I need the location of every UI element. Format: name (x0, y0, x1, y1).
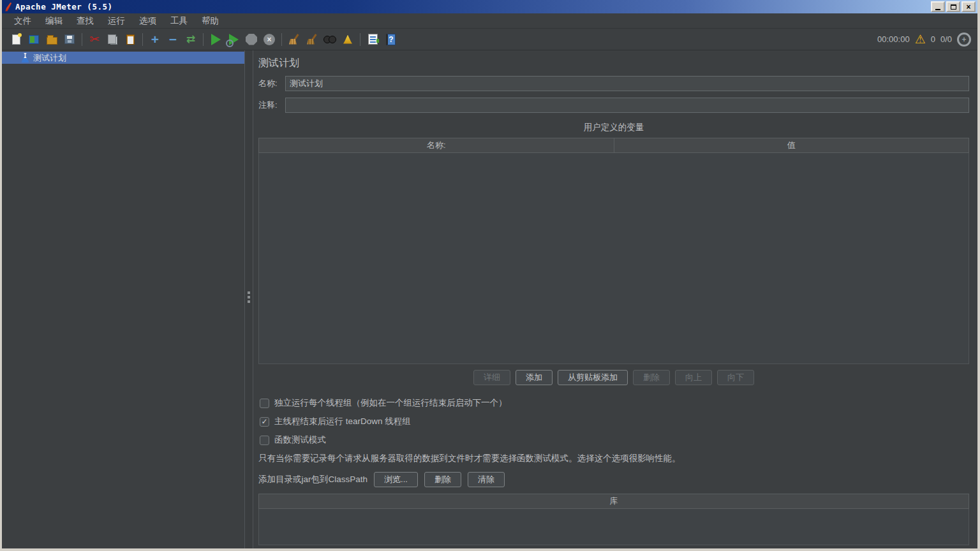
teardown-on-shutdown-checkbox[interactable]: ✓ (260, 417, 269, 427)
broom-all-icon (306, 34, 318, 45)
help-button[interactable]: ? (382, 31, 399, 48)
new-file-icon (12, 34, 20, 45)
help-book-icon: ? (386, 34, 396, 45)
comment-label: 注释: (258, 99, 285, 111)
library-table-header[interactable]: 库 (258, 494, 969, 509)
clipboard-icon (126, 34, 135, 45)
function-helper-button[interactable] (364, 31, 381, 48)
test-plan-panel: 测试计划 名称: 注释: 用户定义的变量 名称: 值 详细 添加 从剪贴板添加 … (253, 50, 977, 548)
comment-input[interactable] (285, 98, 969, 113)
minimize-button[interactable] (931, 1, 945, 12)
toggle-button[interactable]: ⇄ (182, 31, 199, 48)
start-button[interactable] (207, 31, 224, 48)
search-reset-button[interactable] (339, 31, 356, 48)
toolbar-separator (281, 33, 282, 46)
close-icon: × (966, 3, 970, 11)
toggle-arrows-icon: ⇄ (186, 34, 195, 45)
clear-all-button[interactable] (304, 31, 320, 48)
jmeter-window: Apache JMeter (5.5) × 文件 编辑 查找 运行 选项 工具 … (0, 0, 980, 551)
stop-button (243, 31, 260, 48)
title-bar[interactable]: Apache JMeter (5.5) × (2, 0, 977, 13)
variables-table-header: 名称: 值 (258, 138, 969, 153)
scissors-icon: ✂ (89, 33, 100, 45)
minus-icon: − (169, 33, 177, 46)
toolbar-separator (360, 33, 360, 46)
maximize-button[interactable] (946, 1, 960, 12)
name-input[interactable] (285, 76, 969, 91)
down-button: 向下 (717, 370, 754, 385)
menu-edit[interactable]: 编辑 (38, 13, 70, 29)
classpath-clear-button[interactable]: 清除 (468, 472, 505, 487)
functional-mode-checkbox[interactable] (260, 436, 269, 445)
page-title: 测试计划 (258, 57, 969, 70)
function-helper-icon (368, 34, 378, 45)
search-reset-icon (343, 35, 352, 44)
column-header-value[interactable]: 值 (614, 138, 969, 152)
add-button[interactable]: 添加 (516, 370, 553, 385)
functional-mode-label: 函数测试模式 (274, 434, 326, 446)
thread-count: 0/0 (940, 34, 952, 44)
add-from-clipboard-button[interactable]: 从剪贴板添加 (558, 370, 628, 385)
menu-tools[interactable]: 工具 (163, 13, 195, 29)
menu-file[interactable]: 文件 (7, 13, 38, 29)
menu-run[interactable]: 运行 (101, 13, 132, 29)
delete-button: 删除 (633, 370, 670, 385)
clear-button[interactable] (286, 31, 302, 48)
content-area: 测试计划 测试计划 名称: 注释: 用户定义的变量 名称: 值 (2, 50, 977, 548)
classpath-row: 添加目录或jar包到ClassPath 浏览... 删除 清除 (258, 471, 969, 488)
window-title: Apache JMeter (5.5) (15, 2, 931, 11)
menu-search[interactable]: 查找 (70, 13, 101, 29)
play-no-timers-icon (229, 34, 239, 45)
error-count: 0 (931, 34, 935, 44)
classpath-label: 添加目录或jar包到ClassPath (258, 474, 368, 485)
templates-icon (29, 35, 39, 44)
menu-help[interactable]: 帮助 (195, 13, 226, 29)
splitter-grip-icon (248, 291, 250, 303)
variables-table-body[interactable] (258, 153, 969, 364)
binoculars-icon (323, 36, 336, 43)
test-plan-flask-icon (21, 53, 29, 62)
new-file-button[interactable] (8, 31, 24, 48)
column-header-library: 库 (610, 496, 618, 507)
shutdown-x-icon: × (264, 34, 275, 45)
start-no-timers-button[interactable] (225, 31, 242, 48)
open-folder-icon (47, 37, 57, 45)
open-file-button[interactable] (43, 31, 60, 48)
menu-options[interactable]: 选项 (132, 13, 163, 29)
variables-button-row: 详细 添加 从剪贴板添加 删除 向上 向下 (258, 370, 969, 385)
toolbar-separator (142, 33, 143, 46)
paste-button[interactable] (122, 31, 138, 48)
tree-node-test-plan[interactable]: 测试计划 (2, 52, 244, 64)
serialize-threadgroups-checkbox[interactable] (260, 399, 269, 408)
expand-button[interactable]: + (147, 31, 163, 48)
toolbar-separator (203, 33, 204, 46)
toolbar: ✂ + − ⇄ × ? 0 (2, 29, 977, 50)
save-button[interactable] (61, 31, 78, 48)
broom-icon (288, 34, 300, 45)
library-table-body[interactable] (258, 509, 969, 546)
minimize-icon (935, 9, 940, 10)
jmeter-logo-icon (4, 3, 11, 11)
elapsed-timer: 00:00:00 (877, 34, 910, 44)
browse-button[interactable]: 浏览... (374, 472, 418, 487)
classpath-delete-button[interactable]: 删除 (424, 472, 461, 487)
stop-sign-icon (246, 34, 257, 45)
search-button[interactable] (322, 31, 338, 48)
maximize-icon (951, 4, 956, 10)
collapse-button[interactable]: − (165, 31, 181, 48)
play-icon (211, 34, 221, 45)
cut-button[interactable]: ✂ (86, 31, 103, 48)
toggle-expand-icon[interactable]: + (957, 33, 971, 47)
copy-button[interactable] (104, 31, 121, 48)
serialize-threadgroups-label: 独立运行每个线程组（例如在一个组运行结束后启动下一个） (274, 397, 507, 409)
functional-mode-note: 只有当你需要记录每个请求从服务器取得的数据到文件时才需要选择函数测试模式。选择这… (258, 453, 969, 464)
detail-button: 详细 (473, 370, 510, 385)
column-header-name[interactable]: 名称: (259, 138, 614, 152)
panel-splitter[interactable] (244, 50, 253, 548)
test-plan-tree: 测试计划 (2, 50, 244, 548)
menu-bar: 文件 编辑 查找 运行 选项 工具 帮助 (2, 13, 977, 29)
warning-triangle-icon[interactable]: ⚠ (915, 33, 926, 45)
tree-node-label: 测试计划 (33, 52, 66, 64)
close-button[interactable]: × (961, 1, 976, 12)
templates-button[interactable] (26, 31, 42, 48)
